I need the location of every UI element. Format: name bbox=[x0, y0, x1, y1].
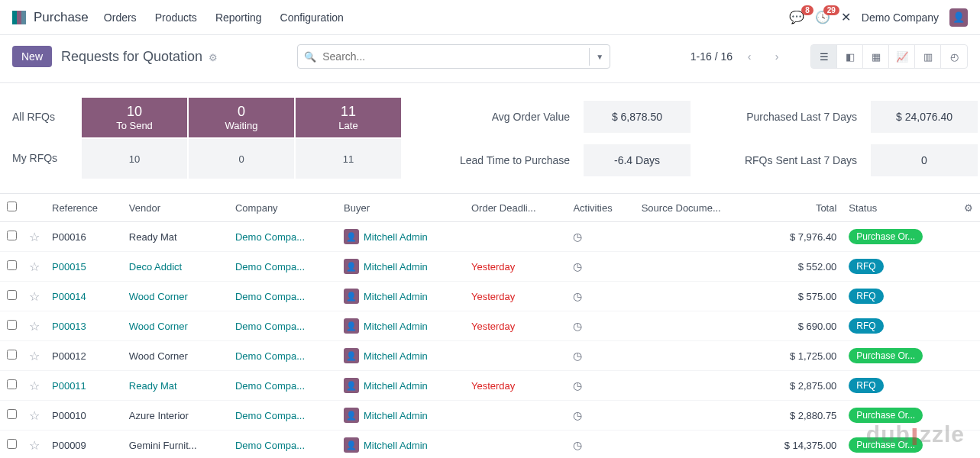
pager-next[interactable]: › bbox=[766, 46, 788, 67]
cell-company[interactable]: Demo Compa... bbox=[235, 291, 305, 302]
star-icon[interactable]: ☆ bbox=[23, 341, 46, 371]
cell-buyer[interactable]: Mitchell Admin bbox=[364, 440, 428, 451]
cell-reference[interactable]: P00010 bbox=[52, 410, 86, 421]
cell-reference[interactable]: P00013 bbox=[52, 321, 86, 332]
star-icon[interactable]: ☆ bbox=[23, 222, 46, 252]
cell-buyer[interactable]: Mitchell Admin bbox=[364, 380, 428, 392]
cell-buyer[interactable]: Mitchell Admin bbox=[364, 321, 428, 332]
th-total[interactable]: Total bbox=[757, 194, 843, 222]
table-row[interactable]: ☆P00014Wood CornerDemo Compa...👤Mitchell… bbox=[0, 282, 980, 311]
gear-icon[interactable]: ⚙ bbox=[205, 52, 218, 63]
view-graph-icon[interactable]: 📈 bbox=[889, 45, 915, 68]
column-options-icon[interactable]: ⚙ bbox=[957, 194, 980, 222]
clock-icon[interactable]: ◷ bbox=[573, 231, 582, 243]
cell-vendor[interactable]: Wood Corner bbox=[129, 291, 188, 302]
cell-company[interactable]: Demo Compa... bbox=[235, 231, 305, 243]
pager-counter[interactable]: 1-16 / 16 bbox=[691, 50, 733, 63]
dash-my-tosend[interactable]: 10 bbox=[82, 139, 187, 179]
row-checkbox[interactable] bbox=[7, 231, 17, 240]
row-checkbox[interactable] bbox=[7, 290, 17, 300]
cell-reference[interactable]: P00015 bbox=[52, 261, 86, 273]
row-checkbox[interactable] bbox=[7, 320, 17, 330]
cell-company[interactable]: Demo Compa... bbox=[235, 321, 305, 332]
cell-company[interactable]: Demo Compa... bbox=[235, 261, 305, 273]
nav-link-reporting[interactable]: Reporting bbox=[215, 11, 262, 24]
cell-reference[interactable]: P00011 bbox=[52, 380, 86, 392]
nav-link-configuration[interactable]: Configuration bbox=[280, 11, 344, 24]
clock-icon[interactable]: ◷ bbox=[573, 290, 582, 302]
cell-company[interactable]: Demo Compa... bbox=[235, 380, 305, 392]
select-all-checkbox[interactable] bbox=[7, 202, 17, 211]
clock-icon[interactable]: ◷ bbox=[573, 379, 582, 392]
clock-icon[interactable]: ◷ bbox=[573, 409, 582, 421]
view-pivot-icon[interactable]: ▦ bbox=[863, 45, 889, 68]
row-checkbox[interactable] bbox=[7, 350, 17, 360]
star-icon[interactable]: ☆ bbox=[23, 431, 46, 459]
dash-my-waiting[interactable]: 0 bbox=[189, 139, 294, 179]
activities-icon[interactable]: 🕓29 bbox=[815, 10, 830, 24]
th-vendor[interactable]: Vendor bbox=[123, 194, 229, 222]
cell-vendor[interactable]: Gemini Furnit... bbox=[129, 440, 197, 451]
row-checkbox[interactable] bbox=[7, 379, 17, 389]
cell-reference[interactable]: P00012 bbox=[52, 350, 86, 362]
dash-row-my[interactable]: My RFQs bbox=[12, 138, 81, 178]
dash-card-waiting[interactable]: 0Waiting bbox=[189, 98, 294, 137]
table-row[interactable]: ☆P00013Wood CornerDemo Compa...👤Mitchell… bbox=[0, 311, 980, 341]
clock-icon[interactable]: ◷ bbox=[573, 350, 582, 362]
cell-vendor[interactable]: Deco Addict bbox=[129, 261, 182, 273]
table-row[interactable]: ☆P00016Ready MatDemo Compa...👤Mitchell A… bbox=[0, 222, 980, 252]
star-icon[interactable]: ☆ bbox=[23, 252, 46, 282]
cell-buyer[interactable]: Mitchell Admin bbox=[364, 231, 428, 243]
nav-link-products[interactable]: Products bbox=[155, 11, 197, 24]
metric-avg-value[interactable]: $ 6,878.50 bbox=[584, 101, 691, 133]
cell-reference[interactable]: P00009 bbox=[52, 440, 86, 451]
metric-lead-value[interactable]: -6.4 Days bbox=[584, 144, 691, 176]
search-dropdown-toggle[interactable]: ▼ bbox=[589, 48, 610, 66]
th-buyer[interactable]: Buyer bbox=[338, 194, 465, 222]
star-icon[interactable]: ☆ bbox=[23, 282, 46, 311]
table-row[interactable]: ☆P00009Gemini Furnit...Demo Compa...👤Mit… bbox=[0, 431, 980, 459]
metric-sent-value[interactable]: 0 bbox=[871, 144, 978, 176]
cell-company[interactable]: Demo Compa... bbox=[235, 410, 305, 421]
clock-icon[interactable]: ◷ bbox=[573, 320, 582, 332]
company-name[interactable]: Demo Company bbox=[862, 11, 939, 24]
star-icon[interactable]: ☆ bbox=[23, 371, 46, 401]
dash-my-late[interactable]: 11 bbox=[296, 139, 401, 179]
dash-card-tosend[interactable]: 10To Send bbox=[82, 98, 187, 137]
view-list-icon[interactable]: ☰ bbox=[811, 45, 837, 68]
row-checkbox[interactable] bbox=[7, 409, 17, 419]
app-name[interactable]: Purchase bbox=[34, 10, 89, 25]
nav-link-orders[interactable]: Orders bbox=[104, 11, 137, 24]
dash-card-late[interactable]: 11Late bbox=[296, 98, 401, 137]
app-icon[interactable] bbox=[12, 11, 26, 24]
view-activity-icon[interactable]: ◴ bbox=[941, 45, 967, 68]
metric-purchased-value[interactable]: $ 24,076.40 bbox=[871, 101, 978, 133]
cell-buyer[interactable]: Mitchell Admin bbox=[364, 261, 428, 273]
table-row[interactable]: ☆P00012Wood CornerDemo Compa...👤Mitchell… bbox=[0, 341, 980, 371]
search-input[interactable] bbox=[322, 50, 589, 63]
clock-icon[interactable]: ◷ bbox=[573, 439, 582, 451]
row-checkbox[interactable] bbox=[7, 439, 17, 449]
cell-buyer[interactable]: Mitchell Admin bbox=[364, 410, 428, 421]
user-avatar[interactable]: 👤 bbox=[949, 8, 968, 27]
tray-icon[interactable]: ✕ bbox=[841, 10, 851, 24]
table-row[interactable]: ☆P00015Deco AddictDemo Compa...👤Mitchell… bbox=[0, 252, 980, 282]
th-source[interactable]: Source Docume... bbox=[636, 194, 757, 222]
cell-buyer[interactable]: Mitchell Admin bbox=[364, 350, 428, 362]
pager-prev[interactable]: ‹ bbox=[739, 46, 760, 67]
clock-icon[interactable]: ◷ bbox=[573, 260, 582, 273]
star-icon[interactable]: ☆ bbox=[23, 311, 46, 341]
th-status[interactable]: Status bbox=[843, 194, 957, 222]
dash-row-all[interactable]: All RFQs bbox=[12, 97, 81, 137]
cell-vendor[interactable]: Wood Corner bbox=[129, 350, 188, 362]
cell-company[interactable]: Demo Compa... bbox=[235, 350, 305, 362]
th-reference[interactable]: Reference bbox=[46, 194, 123, 222]
cell-vendor[interactable]: Ready Mat bbox=[129, 231, 177, 243]
cell-vendor[interactable]: Wood Corner bbox=[129, 321, 188, 332]
view-calendar-icon[interactable]: ▥ bbox=[915, 45, 941, 68]
cell-reference[interactable]: P00016 bbox=[52, 231, 86, 243]
table-row[interactable]: ☆P00011Ready MatDemo Compa...👤Mitchell A… bbox=[0, 371, 980, 401]
view-kanban-icon[interactable]: ◧ bbox=[837, 45, 863, 68]
cell-vendor[interactable]: Azure Interior bbox=[129, 410, 189, 421]
cell-buyer[interactable]: Mitchell Admin bbox=[364, 291, 428, 302]
